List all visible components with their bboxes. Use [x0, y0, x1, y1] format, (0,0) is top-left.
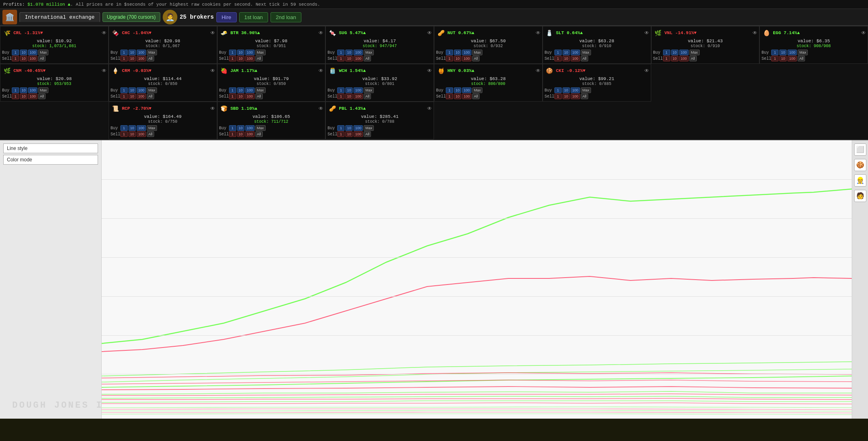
sell-all-hny[interactable]: All	[472, 93, 480, 99]
buy-100-sbd[interactable]: 100	[245, 125, 255, 131]
buy-1-cki[interactable]: 1	[554, 87, 562, 93]
sell-100-vnl[interactable]: 100	[679, 56, 689, 61]
sell-all-crm[interactable]: All	[147, 93, 154, 99]
sell-10-hny[interactable]: 10	[454, 93, 461, 99]
stock-eye-jam[interactable]: 👁	[318, 68, 323, 74]
sell-1-crm[interactable]: 1	[120, 93, 128, 99]
buy-100-crl[interactable]: 100	[28, 50, 37, 55]
buy-100-rcp[interactable]: 100	[137, 125, 146, 131]
buy-max-cnm[interactable]: Max	[38, 87, 48, 93]
buy-10-crl[interactable]: 10	[20, 50, 27, 55]
sell-1-cnm[interactable]: 1	[12, 93, 19, 99]
buy-1-egg[interactable]: 1	[771, 50, 779, 55]
buy-100-wch[interactable]: 100	[353, 87, 363, 93]
buy-1-vnl[interactable]: 1	[663, 50, 670, 55]
sell-10-chc[interactable]: 10	[129, 56, 136, 61]
buy-10-rcp[interactable]: 10	[129, 125, 136, 131]
first-loan-button[interactable]: 1st loan	[239, 12, 268, 22]
buy-max-hny[interactable]: Max	[472, 87, 482, 93]
buy-max-crl[interactable]: Max	[38, 50, 48, 55]
buy-max-slt[interactable]: Max	[581, 50, 591, 55]
buy-10-vnl[interactable]: 10	[671, 50, 678, 55]
sell-all-jam[interactable]: All	[255, 93, 263, 99]
sell-1-vnl[interactable]: 1	[663, 56, 670, 61]
buy-10-sbd[interactable]: 10	[237, 125, 244, 131]
buy-100-cki[interactable]: 100	[571, 87, 580, 93]
sell-1-slt[interactable]: 1	[554, 56, 562, 61]
buy-max-nut[interactable]: Max	[472, 50, 482, 55]
buy-100-slt[interactable]: 100	[571, 50, 580, 55]
stock-eye-nut[interactable]: 👁	[536, 30, 541, 36]
sell-all-egg[interactable]: All	[798, 56, 805, 61]
buy-max-sug[interactable]: Max	[364, 50, 374, 55]
sell-10-crl[interactable]: 10	[20, 56, 27, 61]
sell-100-crl[interactable]: 100	[28, 56, 37, 61]
sell-1-hny[interactable]: 1	[446, 93, 453, 99]
sell-1-sbd[interactable]: 1	[229, 131, 236, 137]
hire-button[interactable]: Hire	[216, 12, 237, 22]
stock-eye-cki[interactable]: 👁	[644, 68, 649, 74]
sell-1-crl[interactable]: 1	[12, 56, 19, 61]
stock-eye-hny[interactable]: 👁	[536, 68, 541, 74]
chart-icon-2[interactable]: 🍪	[854, 159, 866, 171]
sell-100-cki[interactable]: 100	[571, 93, 580, 99]
buy-100-jam[interactable]: 100	[245, 87, 255, 93]
buy-100-pbl[interactable]: 100	[353, 125, 363, 131]
stock-eye-vnl[interactable]: 👁	[752, 30, 757, 36]
buy-10-cnm[interactable]: 10	[20, 87, 27, 93]
buy-10-egg[interactable]: 10	[779, 50, 787, 55]
buy-max-pbl[interactable]: Max	[364, 125, 374, 131]
buy-10-btr[interactable]: 10	[237, 50, 244, 55]
buy-100-nut[interactable]: 100	[462, 50, 471, 55]
buy-10-slt[interactable]: 10	[563, 50, 570, 55]
buy-10-hny[interactable]: 10	[454, 87, 461, 93]
buy-max-crm[interactable]: Max	[147, 87, 157, 93]
buy-10-cki[interactable]: 10	[563, 87, 570, 93]
sell-100-wch[interactable]: 100	[353, 93, 363, 99]
upgrade-button[interactable]: Upgrade (700 cursors)	[103, 12, 160, 22]
buy-max-jam[interactable]: Max	[255, 87, 266, 93]
sell-all-pbl[interactable]: All	[364, 131, 371, 137]
sell-100-rcp[interactable]: 100	[137, 131, 146, 137]
stock-eye-crm[interactable]: 👁	[210, 68, 215, 74]
buy-100-sug[interactable]: 100	[353, 50, 363, 55]
buy-10-pbl[interactable]: 10	[345, 125, 353, 131]
sell-1-btr[interactable]: 1	[229, 56, 236, 61]
buy-100-chc[interactable]: 100	[137, 50, 146, 55]
buy-10-wch[interactable]: 10	[345, 87, 353, 93]
sell-all-rcp[interactable]: All	[147, 131, 154, 137]
buy-max-chc[interactable]: Max	[147, 50, 157, 55]
buy-1-slt[interactable]: 1	[554, 50, 562, 55]
buy-1-crm[interactable]: 1	[120, 87, 128, 93]
stock-eye-slt[interactable]: 👁	[644, 30, 649, 36]
sell-all-crl[interactable]: All	[38, 56, 46, 61]
sell-10-crm[interactable]: 10	[129, 93, 136, 99]
sell-1-nut[interactable]: 1	[446, 56, 453, 61]
sell-10-pbl[interactable]: 10	[345, 131, 353, 137]
sell-10-jam[interactable]: 10	[237, 93, 244, 99]
chart-icon-3[interactable]: 👷	[854, 174, 866, 187]
stock-eye-rcp[interactable]: 👁	[210, 106, 215, 112]
sell-10-cnm[interactable]: 10	[20, 93, 27, 99]
buy-1-hny[interactable]: 1	[446, 87, 453, 93]
sell-10-slt[interactable]: 10	[563, 56, 570, 61]
sell-100-btr[interactable]: 100	[245, 56, 255, 61]
stock-eye-pbl[interactable]: 👁	[427, 106, 432, 112]
sell-1-egg[interactable]: 1	[771, 56, 779, 61]
buy-1-rcp[interactable]: 1	[120, 125, 128, 131]
sell-100-nut[interactable]: 100	[462, 56, 471, 61]
buy-100-vnl[interactable]: 100	[679, 50, 689, 55]
sell-all-sbd[interactable]: All	[255, 131, 263, 137]
buy-max-btr[interactable]: Max	[255, 50, 266, 55]
sell-all-chc[interactable]: All	[147, 56, 154, 61]
sell-10-egg[interactable]: 10	[779, 56, 787, 61]
sell-100-hny[interactable]: 100	[462, 93, 471, 99]
chart-icon-1[interactable]: ⬜	[854, 143, 866, 156]
buy-max-cki[interactable]: Max	[581, 87, 591, 93]
sell-1-pbl[interactable]: 1	[337, 131, 345, 137]
sell-all-vnl[interactable]: All	[689, 56, 697, 61]
stock-eye-egg[interactable]: 👁	[861, 30, 866, 36]
sell-all-wch[interactable]: All	[364, 93, 371, 99]
buy-max-egg[interactable]: Max	[798, 50, 808, 55]
buy-10-nut[interactable]: 10	[454, 50, 461, 55]
